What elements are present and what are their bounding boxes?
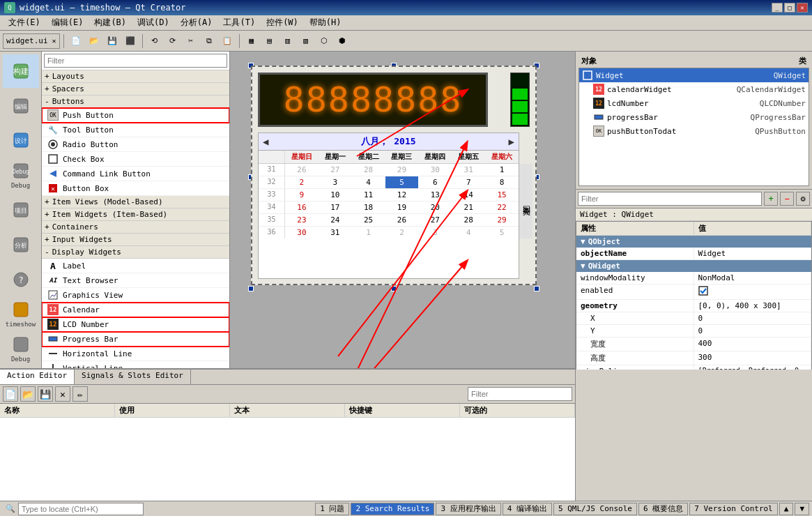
cal-cell[interactable]: 20 (418, 202, 452, 213)
cal-cell[interactable]: 26 (385, 214, 419, 226)
cal-cell[interactable]: 1 (352, 227, 385, 238)
toolbar-layout2-btn[interactable]: ▤ (261, 33, 278, 50)
minimize-button[interactable]: _ (772, 3, 783, 13)
cal-cell[interactable]: 9 (285, 189, 319, 201)
cal-cell[interactable]: 31 (319, 227, 352, 238)
y-val[interactable]: 0 (694, 325, 812, 337)
menu-help[interactable]: 帮助(H) (304, 15, 347, 30)
cal-cell[interactable]: 4 (452, 227, 485, 238)
palette-group-containers[interactable]: + Containers (42, 221, 229, 234)
tree-item-calendar-widget[interactable]: 12 calendarWidget QCalendarWidget (579, 82, 809, 96)
props-group-qwidget[interactable]: ▼ QWidget (576, 260, 811, 272)
cal-next-btn[interactable]: ▶ (509, 136, 514, 147)
cal-cell[interactable]: 28 (452, 214, 485, 226)
cal-cell[interactable]: 17 (319, 202, 352, 213)
statusbar-search-input[interactable] (18, 503, 144, 515)
palette-item-push-button[interactable]: OK Push Button (42, 108, 229, 123)
cal-cell[interactable]: 19 (385, 202, 419, 213)
cal-cell[interactable]: 8 (485, 176, 519, 188)
cal-cell[interactable]: 25 (352, 214, 385, 226)
toolbar-layout5-btn[interactable]: ⬡ (316, 33, 332, 50)
sidebar-item-analyze[interactable]: 分析 (3, 228, 39, 261)
back-to-today-btn[interactable]: 回到今天 (519, 164, 533, 238)
palette-item-button-box[interactable]: ✕ Button Box (42, 181, 229, 196)
tree-item-widget[interactable]: Widget QWidget (579, 68, 809, 82)
toolbar-copy-btn[interactable]: ⧉ (201, 33, 217, 50)
properties-filter-input[interactable] (578, 192, 762, 206)
palette-item-check-box[interactable]: Check Box (42, 152, 229, 167)
sidebar-item-project[interactable]: 项目 (3, 193, 39, 227)
palette-group-spacers[interactable]: + Spacers (42, 83, 229, 96)
cal-cell[interactable]: 2 (385, 227, 419, 238)
tab-signals-slots[interactable]: Signals & Slots Editor (75, 370, 191, 384)
palette-group-item-widgets[interactable]: + Item Widgets (Item-Based) (42, 208, 229, 221)
cal-cell[interactable]: 24 (319, 214, 352, 226)
tree-item-pushbutton[interactable]: OK pushButtonTodat QPushButton (579, 124, 809, 138)
cal-cell[interactable]: 22 (485, 202, 519, 213)
palette-item-tool-button[interactable]: 🔧 Tool Button (42, 123, 229, 137)
props-add-btn[interactable]: + (764, 192, 778, 206)
statusbar-tab-app-output[interactable]: 3 应用程序输出 (436, 503, 500, 515)
menu-file[interactable]: 文件(E) (3, 15, 46, 30)
toolbar-save-btn[interactable]: 💾 (104, 33, 121, 50)
toolbar-paste-btn[interactable]: 📋 (219, 33, 236, 50)
toolbar-redo-btn[interactable]: ⟳ (164, 33, 181, 50)
statusbar-nav-up[interactable]: ▲ (779, 503, 794, 515)
enabled-val[interactable] (694, 284, 812, 299)
sidebar-item-debug[interactable]: Debug Debug (3, 158, 39, 192)
cal-cell[interactable]: 12 (385, 189, 419, 201)
menu-controls[interactable]: 控件(W) (261, 15, 304, 30)
cal-cell[interactable]: 31 (452, 164, 485, 176)
palette-item-progress-bar[interactable]: Progress Bar (42, 332, 229, 347)
cal-cell[interactable]: 27 (418, 214, 452, 226)
close-button[interactable]: ✕ (797, 3, 808, 13)
cal-cell[interactable]: 3 (418, 227, 452, 238)
tree-item-lcd[interactable]: 12 lcdNumber QLCDNumber (579, 96, 809, 110)
maximize-button[interactable]: □ (784, 3, 795, 13)
cal-cell[interactable]: 29 (485, 214, 519, 226)
cal-cell[interactable]: 21 (452, 202, 485, 213)
statusbar-tab-general-info[interactable]: 6 概要信息 (638, 503, 688, 515)
palette-filter-input[interactable] (44, 54, 227, 68)
cal-cell[interactable]: 30 (285, 227, 319, 238)
handle-bl[interactable] (248, 286, 254, 291)
palette-item-text-browser[interactable]: AI Text Browser (42, 273, 229, 288)
action-delete-btn[interactable]: ✕ (55, 386, 70, 402)
menu-analyze[interactable]: 分析(A) (175, 15, 218, 30)
width-val[interactable]: 400 (694, 337, 812, 351)
windowmodality-val[interactable]: NonModal (694, 272, 812, 284)
statusbar-tab-version-control[interactable]: 7 Version Control (689, 503, 778, 515)
cal-cell[interactable]: 2 (285, 176, 319, 188)
geometry-val[interactable]: [0, 0), 400 x 300] (694, 300, 812, 312)
palette-group-display-widgets[interactable]: - Display Widgets (42, 246, 229, 259)
sidebar-item-timeshow[interactable]: timeshow (3, 297, 39, 331)
toolbar-layout4-btn[interactable]: ▧ (298, 33, 314, 50)
action-open-btn[interactable]: 📂 (20, 386, 36, 402)
height-val[interactable]: 300 (694, 351, 812, 365)
sidebar-item-debug2[interactable]: Debug (3, 332, 39, 365)
statusbar-tab-qml-console[interactable]: 5 QML/JS Console (553, 503, 637, 515)
toolbar-saveas-btn[interactable]: ⬛ (122, 33, 139, 50)
sidebar-item-help[interactable]: ? (3, 263, 39, 296)
statusbar-nav-down[interactable]: ▼ (795, 503, 809, 515)
palette-item-lcd-number[interactable]: 12 LCD Number (42, 317, 229, 332)
tree-item-progress[interactable]: progressBar QProgressBar (579, 110, 809, 124)
cal-cell[interactable]: 23 (285, 214, 319, 226)
toolbar-layout3-btn[interactable]: ▥ (279, 33, 296, 50)
palette-item-calendar[interactable]: 12 Calendar (42, 303, 229, 317)
tab-close-icon[interactable]: ✕ (52, 37, 56, 45)
palette-group-input-widgets[interactable]: + Input Widgets (42, 234, 229, 246)
cal-cell[interactable]: 3 (319, 176, 352, 188)
cal-cell[interactable]: 27 (319, 164, 352, 176)
toolbar-cut-btn[interactable]: ✂ (183, 33, 199, 50)
cal-cell[interactable]: 15 (485, 189, 519, 201)
props-group-qobject[interactable]: ▼ QObject (576, 236, 811, 248)
palette-item-label[interactable]: A Label (42, 259, 229, 273)
objectname-val[interactable]: Widget (694, 248, 812, 259)
statusbar-tab-issues[interactable]: 1 问题 (315, 503, 349, 515)
cal-cell[interactable]: 10 (319, 189, 352, 201)
tab-action-editor[interactable]: Action Editor (0, 370, 75, 384)
cal-cell[interactable]: 29 (385, 164, 419, 176)
palette-item-radio-button[interactable]: Radio Button (42, 137, 229, 152)
palette-item-vertical-line[interactable]: Vertical Line (42, 361, 229, 368)
